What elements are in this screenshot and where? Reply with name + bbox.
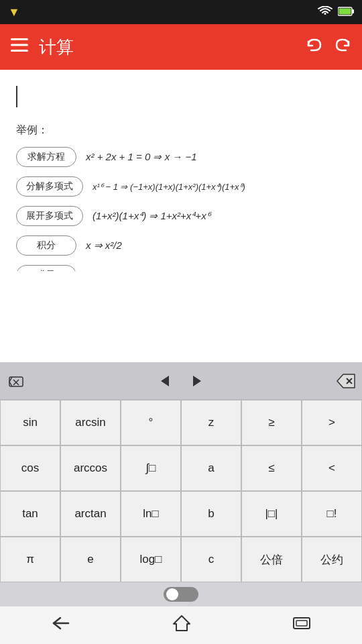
svg-rect-16 <box>296 621 307 626</box>
keyboard-area: sin arcsin ° z ≥ > cos arccos ∫□ a ≤ < t… <box>0 362 362 606</box>
example-tag-expand[interactable]: 展开多项式 <box>16 206 83 226</box>
example-formula-expand: (1+x²)(1+x⁴) ⇒ 1+x²+x⁴+x⁶ <box>93 210 210 222</box>
key-ln[interactable]: ln□ <box>121 491 181 537</box>
example-row-expand: 展开多项式 (1+x²)(1+x⁴) ⇒ 1+x²+x⁴+x⁶ <box>16 206 346 226</box>
example-tag-solve[interactable]: 求解方程 <box>16 147 76 167</box>
key-log[interactable]: log□ <box>121 537 181 582</box>
key-gcd[interactable]: 公约 <box>302 537 362 582</box>
recents-button[interactable] <box>287 610 316 641</box>
top-bar: 计算 <box>0 24 362 70</box>
battery-icon <box>338 7 354 18</box>
key-abs[interactable]: |□| <box>241 491 302 537</box>
svg-marker-14 <box>174 616 190 631</box>
input-area[interactable] <box>16 80 346 107</box>
page-title: 计算 <box>39 36 295 59</box>
svg-marker-9 <box>161 376 169 386</box>
key-arccos[interactable]: arccos <box>60 445 121 491</box>
delete-button[interactable] <box>0 368 32 394</box>
key-gt[interactable]: > <box>302 400 362 445</box>
key-a[interactable]: a <box>181 445 241 491</box>
example-row-factor: 分解多项式 x¹⁶ − 1 ⇒ (−1+x)(1+x)(1+x²)(1+x⁴)(… <box>16 176 346 197</box>
key-tan[interactable]: tan <box>0 491 60 537</box>
toggle-knob <box>166 588 178 600</box>
svg-rect-2 <box>339 8 351 14</box>
key-sin[interactable]: sin <box>0 400 60 445</box>
svg-marker-10 <box>193 376 201 386</box>
next-button[interactable] <box>181 368 213 394</box>
key-c[interactable]: c <box>181 537 241 582</box>
backspace-button[interactable] <box>330 368 362 394</box>
key-integral[interactable]: ∫□ <box>121 445 181 491</box>
example-tag-factor[interactable]: 分解多项式 <box>16 176 83 197</box>
key-arctan[interactable]: arctan <box>60 491 121 537</box>
key-degree[interactable]: ° <box>121 400 181 445</box>
back-button[interactable] <box>46 610 76 641</box>
example-formula-integral: x ⇒ x²/2 <box>86 239 122 252</box>
key-row-3: tan arctan ln□ b |□| □! <box>0 491 362 537</box>
key-cos[interactable]: cos <box>0 445 60 491</box>
examples-label: 举例： <box>16 123 346 138</box>
text-cursor <box>16 86 17 107</box>
key-row-4: π e log□ c 公倍 公约 <box>0 537 362 582</box>
bottom-nav <box>0 606 362 644</box>
svg-rect-1 <box>352 9 354 13</box>
toggle-row <box>0 582 362 606</box>
key-row-2: cos arccos ∫□ a ≤ < <box>0 445 362 491</box>
home-button[interactable] <box>167 609 196 641</box>
redo-button[interactable] <box>334 38 351 56</box>
svg-rect-4 <box>11 44 28 46</box>
example-row-solve: 求解方程 x² + 2x + 1 = 0 ⇒ x → −1 <box>16 147 346 167</box>
key-lt[interactable]: < <box>302 445 362 491</box>
menu-button[interactable] <box>11 38 28 56</box>
examples-section: 举例： 求解方程 x² + 2x + 1 = 0 ⇒ x → −1 分解多项式 … <box>16 123 346 271</box>
example-formula-derivative: x³ ⇒ 3x² <box>86 269 123 271</box>
status-left: ▼ <box>8 5 20 19</box>
key-lcm[interactable]: 公倍 <box>241 537 302 582</box>
wifi-icon <box>318 6 333 19</box>
key-row-1: sin arcsin ° z ≥ > <box>0 400 362 445</box>
example-tag-derivative[interactable]: 求导 <box>16 265 76 271</box>
prev-button[interactable] <box>149 368 181 394</box>
key-pi[interactable]: π <box>0 537 60 582</box>
funnel-icon: ▼ <box>8 5 20 19</box>
svg-rect-3 <box>11 38 28 40</box>
key-arcsin[interactable]: arcsin <box>60 400 121 445</box>
mode-toggle[interactable] <box>164 587 198 602</box>
status-right <box>318 6 354 19</box>
svg-rect-5 <box>11 50 28 52</box>
example-formula-factor: x¹⁶ − 1 ⇒ (−1+x)(1+x)(1+x²)(1+x⁴)(1+x⁸) <box>93 182 245 192</box>
example-tag-integral[interactable]: 积分 <box>16 235 76 256</box>
example-formula-solve: x² + 2x + 1 = 0 ⇒ x → −1 <box>86 151 197 163</box>
status-bar: ▼ <box>0 0 362 24</box>
key-gte[interactable]: ≥ <box>241 400 302 445</box>
key-z[interactable]: z <box>181 400 241 445</box>
key-lte[interactable]: ≤ <box>241 445 302 491</box>
key-factorial[interactable]: □! <box>302 491 362 537</box>
key-e[interactable]: e <box>60 537 121 582</box>
main-content: 举例： 求解方程 x² + 2x + 1 = 0 ⇒ x → −1 分解多项式 … <box>0 70 362 271</box>
keyboard-toolbar <box>0 362 362 400</box>
example-row-integral: 积分 x ⇒ x²/2 <box>16 235 346 256</box>
example-row-derivative: 求导 x³ ⇒ 3x² <box>16 265 346 271</box>
key-b[interactable]: b <box>181 491 241 537</box>
undo-button[interactable] <box>306 38 323 56</box>
